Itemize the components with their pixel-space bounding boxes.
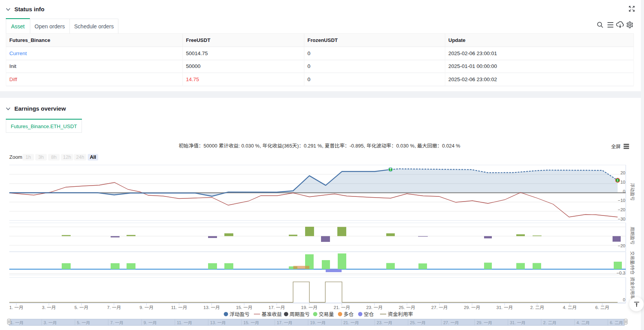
svg-text:交易量/持仓: 交易量/持仓 (630, 251, 635, 275)
svg-text:−0.3: −0.3 (616, 271, 625, 275)
svg-text:1h: 1h (26, 155, 31, 160)
svg-text:4. 二月: 4. 二月 (563, 305, 577, 310)
svg-text:19. 一月: 19. 一月 (301, 305, 318, 310)
svg-text:4. 二月: 4. 二月 (576, 320, 590, 325)
svg-text:6. 二月: 6. 二月 (610, 320, 623, 325)
svg-text:27. 一月: 27. 一月 (431, 305, 448, 310)
svg-text:3h: 3h (38, 155, 44, 160)
svg-text:−20: −20 (618, 243, 625, 248)
svg-text:初始净值：50000 累计收益: 0.030 %, 年化收益: 初始净值：50000 累计收益: 0.030 %, 年化收益(365天)：0.2… (179, 143, 460, 149)
svg-text:0: 0 (623, 297, 625, 302)
svg-text:9. 一月: 9. 一月 (144, 320, 157, 325)
svg-text:3. 一月: 3. 一月 (42, 305, 56, 310)
svg-text:9. 一月: 9. 一月 (140, 305, 154, 310)
svg-text:1. 一月: 1. 一月 (9, 305, 23, 310)
svg-text:12h: 12h (63, 155, 71, 160)
svg-text:浮动盈亏: 浮动盈亏 (630, 183, 635, 201)
svg-text:29. 一月: 29. 一月 (464, 305, 480, 310)
svg-text:31. 一月: 31. 一月 (496, 305, 513, 310)
svg-text:−20: −20 (618, 207, 625, 212)
svg-text:2. 二月: 2. 二月 (543, 320, 556, 325)
svg-text:Zoom: Zoom (9, 154, 22, 160)
svg-text:3. 一月: 3. 一月 (43, 320, 57, 325)
svg-text:−10: −10 (618, 198, 625, 203)
svg-text:23. 一月: 23. 一月 (377, 320, 392, 325)
svg-text:17. 一月: 17. 一月 (277, 320, 292, 325)
svg-text:8h: 8h (51, 155, 57, 160)
svg-text:15. 一月: 15. 一月 (236, 305, 252, 310)
svg-text:6. 二月: 6. 二月 (595, 305, 609, 310)
svg-text:27. 一月: 27. 一月 (443, 320, 459, 325)
svg-text:10: 10 (620, 180, 625, 184)
svg-text:周期盈亏: 周期盈亏 (290, 311, 310, 317)
svg-text:资金利用率: 资金利用率 (388, 311, 413, 317)
svg-text:31. 一月: 31. 一月 (510, 320, 526, 325)
svg-text:−30: −30 (618, 217, 625, 221)
svg-text:11. 一月: 11. 一月 (177, 320, 193, 325)
svg-text:周期盈亏: 周期盈亏 (630, 227, 635, 245)
svg-text:资金利用率: 资金利用率 (630, 277, 635, 299)
svg-text:15. 一月: 15. 一月 (243, 320, 259, 325)
svg-text:7. 一月: 7. 一月 (110, 320, 123, 325)
svg-text:7. 一月: 7. 一月 (107, 305, 121, 310)
svg-text:0: 0 (623, 189, 625, 194)
svg-text:13. 一月: 13. 一月 (210, 320, 226, 325)
svg-text:23. 一月: 23. 一月 (366, 305, 382, 310)
svg-text:25. 一月: 25. 一月 (399, 305, 415, 310)
svg-text:交易量: 交易量 (319, 311, 334, 317)
svg-text:浮动盈亏: 浮动盈亏 (229, 311, 250, 317)
svg-text:21. 一月: 21. 一月 (344, 320, 359, 325)
svg-text:5. 一月: 5. 一月 (77, 320, 90, 325)
svg-text:24h: 24h (76, 155, 84, 160)
svg-text:5. 一月: 5. 一月 (75, 305, 89, 310)
svg-text:1. 一月: 1. 一月 (10, 320, 24, 325)
svg-text:11. 一月: 11. 一月 (171, 305, 187, 310)
svg-text:19. 一月: 19. 一月 (310, 320, 326, 325)
svg-text:基准收益: 基准收益 (262, 311, 282, 317)
svg-text:空仓: 空仓 (364, 311, 374, 317)
svg-text:21. 一月: 21. 一月 (334, 305, 350, 310)
svg-text:25. 一月: 25. 一月 (410, 320, 425, 325)
svg-text:13. 一月: 13. 一月 (203, 305, 220, 310)
svg-text:20: 20 (620, 170, 625, 175)
svg-text:17. 一月: 17. 一月 (269, 305, 285, 310)
svg-text:All: All (90, 155, 96, 160)
svg-text:全屏: 全屏 (611, 144, 621, 149)
svg-text:多仓: 多仓 (344, 311, 354, 317)
svg-text:29. 一月: 29. 一月 (477, 320, 492, 325)
svg-text:2. 二月: 2. 二月 (530, 305, 544, 310)
